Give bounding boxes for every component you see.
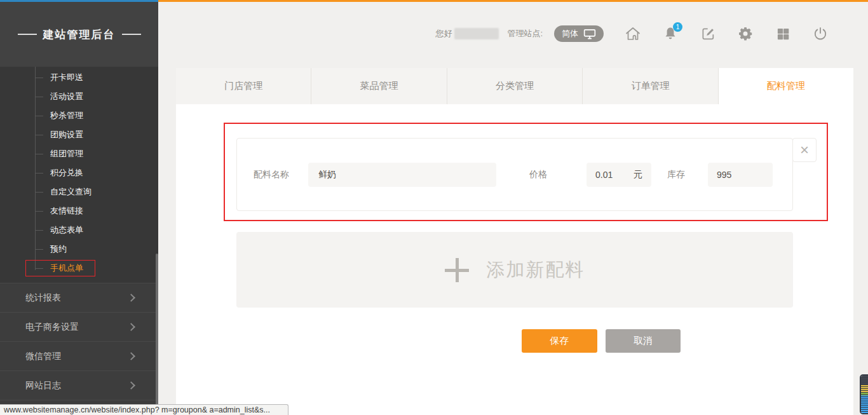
cancel-button[interactable]: 取消	[606, 329, 681, 353]
chevron-right-icon	[127, 352, 135, 360]
level-meter-widget	[861, 376, 868, 413]
tab-store-management[interactable]: 门店管理	[176, 68, 311, 104]
username-redacted	[454, 28, 499, 39]
sidebar-item-statistics[interactable]: 统计报表	[0, 283, 158, 312]
sidebar-item-mobile-ordering[interactable]: 手机点单	[0, 259, 158, 278]
sidebar-item-label: 自定义查询	[50, 186, 92, 198]
greeting-text: 您好	[435, 28, 452, 39]
tab-bar: 门店管理 菜品管理 分类管理 订单管理 配料管理	[176, 68, 853, 104]
sidebar-item-friend-links[interactable]: 友情链接	[0, 201, 158, 221]
sidebar-section-label: 微信管理	[25, 351, 61, 362]
admin-page: 建站管理后台 开卡即送 活动设置 秒杀管理 团购设置 组团管理 积分兑换 自定义…	[0, 0, 868, 415]
tab-dish-management[interactable]: 菜品管理	[311, 68, 447, 104]
sidebar-item-dynamic-form[interactable]: 动态表单	[0, 221, 158, 240]
price-label: 价格	[529, 169, 547, 180]
monitor-icon	[583, 29, 596, 39]
tab-label: 配料管理	[767, 80, 805, 92]
sidebar-title: 建站管理后台	[0, 2, 158, 67]
sidebar-item-label: 友情链接	[50, 205, 83, 217]
chevron-right-icon	[127, 381, 135, 390]
sidebar-submenu: 开卡即送 活动设置 秒杀管理 团购设置 组团管理 积分兑换 自定义查询 友情链接…	[0, 67, 158, 283]
sidebar-item-label: 活动设置	[50, 91, 83, 102]
sidebar-section-label: 电子商务设置	[25, 322, 79, 333]
sidebar-sections: 统计报表 电子商务设置 微信管理 网站日志	[0, 283, 158, 400]
close-icon: ×	[800, 141, 809, 158]
home-icon[interactable]	[625, 25, 641, 42]
apps-grid-icon[interactable]	[775, 25, 791, 42]
sidebar-item-ecommerce-settings[interactable]: 电子商务设置	[0, 312, 158, 341]
manage-site-label: 管理站点:	[507, 28, 543, 39]
sidebar-item-flash-sale[interactable]: 秒杀管理	[0, 106, 158, 125]
stock-label: 库存	[667, 169, 685, 180]
sidebar-item-group-manage[interactable]: 组团管理	[0, 144, 158, 163]
tab-label: 门店管理	[224, 80, 262, 92]
annotation-red-box-sidebar	[25, 260, 95, 276]
sidebar-item-label: 积分兑换	[50, 167, 83, 179]
price-value: 0.01	[595, 170, 613, 180]
sidebar-item-label: 组团管理	[50, 148, 83, 160]
chevron-right-icon	[127, 294, 135, 302]
remove-ingredient-button[interactable]: ×	[792, 138, 817, 162]
sidebar-item-group-buy[interactable]: 团购设置	[0, 125, 158, 144]
gear-icon[interactable]	[737, 25, 754, 42]
sidebar-section-label: 网站日志	[25, 380, 61, 391]
add-ingredient-button[interactable]: 添加新配料	[236, 232, 793, 308]
tab-ingredient-management[interactable]: 配料管理	[719, 68, 853, 104]
sidebar-item-wechat-manage[interactable]: 微信管理	[0, 341, 158, 371]
sidebar: 建站管理后台 开卡即送 活动设置 秒杀管理 团购设置 组团管理 积分兑换 自定义…	[0, 2, 158, 415]
chevron-right-icon	[127, 323, 135, 331]
header: 您好 管理站点: 简体 1	[158, 20, 868, 48]
sidebar-item-label: 秒杀管理	[50, 110, 83, 121]
add-ingredient-label: 添加新配料	[487, 257, 585, 283]
price-input[interactable]: 0.01 元	[587, 163, 651, 187]
sidebar-item-label: 动态表单	[50, 224, 83, 236]
stock-input[interactable]	[708, 163, 773, 187]
tab-order-management[interactable]: 订单管理	[583, 68, 718, 104]
sidebar-item-label: 开卡即送	[50, 72, 83, 83]
sidebar-item-site-logs[interactable]: 网站日志	[0, 371, 158, 400]
sidebar-item-reservation[interactable]: 预约	[0, 240, 158, 259]
plus-icon	[445, 258, 469, 282]
sidebar-item-label: 预约	[50, 243, 67, 255]
sidebar-scrollbar[interactable]	[156, 254, 158, 407]
top-strip-orange	[158, 0, 868, 2]
sidebar-item-custom-query[interactable]: 自定义查询	[0, 182, 158, 201]
edit-icon[interactable]	[700, 25, 716, 42]
language-pill-label: 简体	[562, 28, 578, 39]
ingredient-card: 配料名称 价格 0.01 元 库存	[236, 138, 793, 211]
main-content: 配料名称 价格 0.01 元 库存 × 添加新配料 保存 取消	[176, 104, 853, 415]
sidebar-item-card-gift[interactable]: 开卡即送	[0, 68, 158, 87]
ingredient-name-label: 配料名称	[254, 169, 289, 180]
sidebar-item-points-exchange[interactable]: 积分兑换	[0, 163, 158, 182]
tab-label: 订单管理	[631, 80, 669, 92]
tab-label: 菜品管理	[360, 80, 398, 92]
status-url-tooltip: www.websitemanage.cn/website/index.php? …	[0, 404, 288, 415]
power-icon[interactable]	[812, 25, 829, 42]
language-site-button[interactable]: 简体	[554, 25, 604, 42]
tab-label: 分类管理	[496, 80, 534, 92]
ingredient-name-input[interactable]	[308, 163, 496, 187]
sidebar-item-activity-settings[interactable]: 活动设置	[0, 87, 158, 106]
save-button[interactable]: 保存	[522, 329, 597, 353]
tab-category-management[interactable]: 分类管理	[447, 68, 583, 104]
sidebar-section-label: 统计报表	[25, 292, 61, 304]
notification-badge: 1	[673, 22, 682, 32]
sidebar-item-label: 团购设置	[50, 129, 83, 140]
price-unit: 元	[634, 169, 642, 180]
bell-icon[interactable]: 1	[662, 25, 679, 42]
